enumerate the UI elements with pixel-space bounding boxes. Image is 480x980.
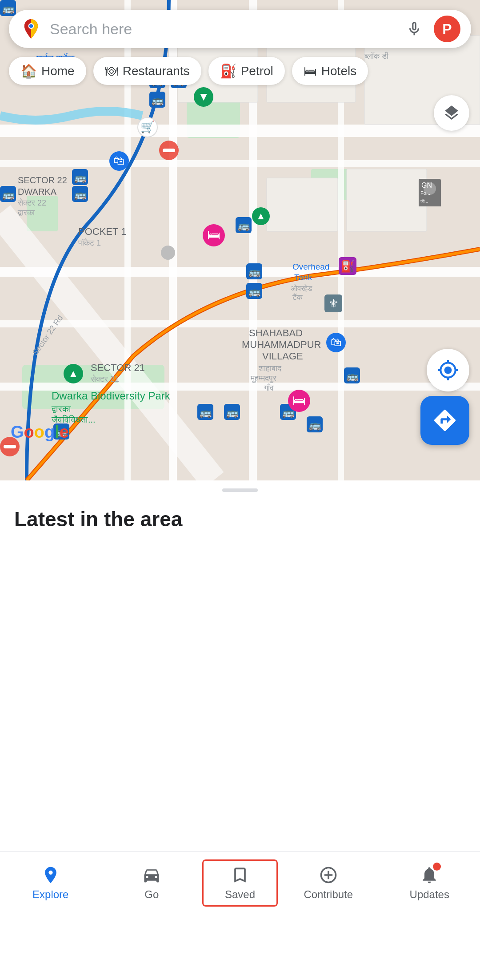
svg-text:Fo...: Fo... [420,190,430,196]
search-bar[interactable]: Search here P [9,10,471,48]
svg-text:🛍: 🛍 [330,335,342,349]
pill-hotels[interactable]: 🛏 Hotels [292,57,368,85]
svg-text:▲: ▲ [68,367,79,379]
svg-text:पॉकेट 1: पॉकेट 1 [78,238,101,247]
contribute-label: Contribute [304,888,353,901]
home-icon: 🏠 [20,63,37,79]
svg-text:⚜: ⚜ [328,297,339,310]
google-watermark: Google [11,420,82,443]
svg-rect-18 [267,178,338,231]
petrol-icon: ⛽ [220,63,236,79]
svg-text:SHAHABAD: SHAHABAD [249,327,303,339]
svg-text:Google: Google [11,423,69,441]
map-view[interactable]: Marble Market Dwarka मार्बल मार्केट द्वा… [0,0,480,480]
svg-text:SECTOR 22: SECTOR 22 [18,175,67,185]
pill-hotels-label: Hotels [321,64,356,78]
hotels-icon: 🛏 [304,64,317,79]
svg-text:🛍: 🛍 [113,154,125,167]
svg-text:🚌: 🚌 [74,172,87,184]
svg-text:द्वारका: द्वारका [17,208,35,217]
my-location-icon [437,359,459,381]
svg-text:द्वारका: द्वारका [51,404,71,414]
profile-avatar[interactable]: P [434,16,460,42]
svg-text:🚌: 🚌 [248,286,261,298]
svg-text:GN: GN [421,181,432,189]
svg-rect-19 [347,169,427,231]
svg-text:🚌: 🚌 [200,407,212,419]
nav-contribute[interactable]: Contribute [278,859,379,907]
saved-icon-wrap [230,865,250,885]
updates-icon-wrap [420,865,439,885]
latest-content-area [0,540,480,851]
svg-rect-96 [163,149,175,152]
location-button[interactable] [427,349,469,391]
handle-bar [222,488,258,492]
svg-rect-5 [0,125,480,137]
go-icon-wrap [142,865,161,885]
pill-petrol-label: Petrol [241,64,273,78]
nav-go[interactable]: Go [101,859,203,907]
bottom-navigation: Explore Go Saved [0,851,480,914]
pill-restaurants[interactable]: 🍽 Restaurants [93,57,201,85]
latest-section: Latest in the area [0,496,480,540]
restaurants-icon: 🍽 [105,64,118,79]
microphone-icon[interactable] [403,17,426,40]
directions-icon [432,407,458,433]
category-pills: 🏠 Home 🍽 Restaurants ⛽ Petrol 🛏 Hotels [9,57,368,85]
svg-text:⛽: ⛽ [340,259,355,273]
svg-text:🚌: 🚌 [309,419,321,431]
svg-text:🛒: 🛒 [140,120,155,134]
svg-text:SECTOR 21: SECTOR 21 [91,362,145,373]
svg-text:POCKET 1: POCKET 1 [78,226,126,237]
svg-text:गाँव: गाँव [264,383,274,392]
explore-label: Explore [32,888,68,901]
svg-point-111 [29,24,33,28]
svg-text:🚌: 🚌 [74,189,87,201]
pill-petrol[interactable]: ⛽ Petrol [208,57,285,85]
svg-rect-98 [4,445,16,448]
svg-rect-7 [0,267,480,277]
svg-text:🚌: 🚌 [2,189,15,201]
svg-text:Dwarka Biodiversity Park: Dwarka Biodiversity Park [52,390,171,402]
svg-text:🚌: 🚌 [2,3,15,15]
svg-text:सेक्टर 22: सेक्टर 22 [17,198,46,207]
explore-icon [41,865,60,885]
bottom-sheet: Latest in the area [0,480,480,851]
svg-text:MUHAMMADPUR: MUHAMMADPUR [242,339,321,350]
contribute-icon-wrap [319,865,338,885]
svg-text:टैंक: टैंक [292,293,303,302]
svg-text:ओवरहेड: ओवरहेड [291,284,312,293]
svg-text:जी...: जी... [420,199,428,204]
go-label: Go [144,888,159,901]
svg-text:VILLAGE: VILLAGE [262,351,303,362]
explore-icon-wrap [41,865,60,885]
svg-text:▲: ▲ [256,210,266,222]
layers-button[interactable] [434,95,469,131]
nav-saved[interactable]: Saved [202,859,278,907]
sheet-handle [0,480,480,496]
svg-text:मुहम्मदपुर: मुहम्मदपुर [250,374,277,383]
nav-explore[interactable]: Explore [0,859,101,907]
svg-rect-6 [0,160,480,167]
svg-text:🛏: 🛏 [207,227,220,242]
svg-point-99 [161,246,175,260]
svg-text:Overhead: Overhead [292,262,329,271]
go-icon [142,865,161,885]
contribute-icon [319,865,338,885]
latest-section-title: Latest in the area [14,507,466,531]
svg-text:🚌: 🚌 [238,220,250,232]
pill-home-label: Home [41,64,75,78]
svg-text:▼: ▼ [198,90,209,103]
updates-label: Updates [410,888,449,901]
saved-icon [230,865,250,885]
navigate-fab[interactable] [420,396,469,445]
search-placeholder: Search here [50,20,403,38]
pill-home[interactable]: 🏠 Home [9,57,86,85]
svg-text:🚌: 🚌 [152,94,164,106]
pill-restaurants-label: Restaurants [123,64,190,78]
svg-text:DWARKA: DWARKA [18,187,57,197]
svg-text:🚌: 🚌 [346,370,359,382]
svg-text:🚌: 🚌 [248,266,261,278]
google-maps-logo [20,17,43,40]
nav-updates[interactable]: Updates [379,859,480,907]
